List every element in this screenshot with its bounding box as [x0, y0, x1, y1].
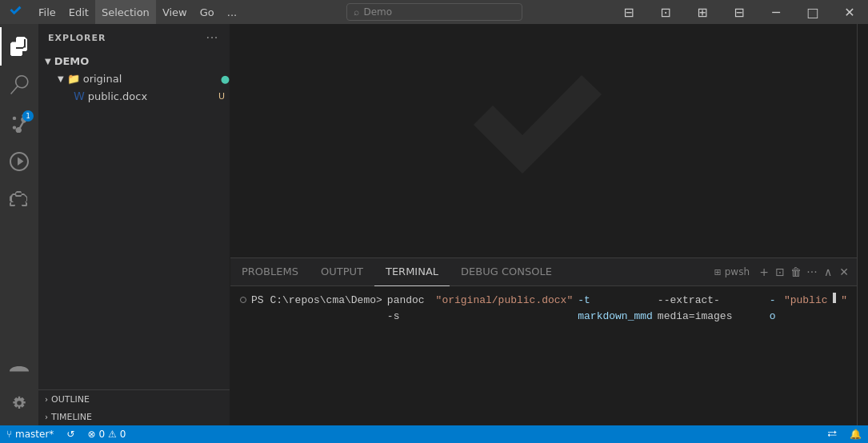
file-tree: ▼ DEMO ▼ 📁 original ● W public.docx U: [38, 52, 230, 389]
terminal-arg1: "original/public.docx": [436, 293, 574, 309]
folder-original[interactable]: ▼ 📁 original ●: [38, 70, 230, 87]
panel: PROBLEMS OUTPUT TERMINAL DEBUG CONSOLE ⊞…: [230, 257, 857, 425]
activity-bottom: [0, 345, 38, 425]
editor-area: PROBLEMS OUTPUT TERMINAL DEBUG CONSOLE ⊞…: [230, 24, 857, 425]
kill-terminal-btn[interactable]: 🗑: [790, 265, 802, 278]
restore-btn[interactable]: □: [794, 0, 831, 24]
git-branch-icon: ⑂: [6, 429, 12, 440]
activity-extensions[interactable]: [0, 181, 38, 219]
main-area: 1 EXPLORER: [0, 24, 868, 425]
menu-more[interactable]: ...: [221, 0, 243, 24]
terminal-flag1: -t markdown_mmd: [578, 293, 653, 324]
title-controls: ⊟ ⊡ ⊞ ⊟ ─ □ ✕: [610, 0, 868, 24]
command-palette[interactable]: ⌕ Demo: [346, 3, 522, 21]
terminal-cursor: [833, 293, 837, 303]
terminal-content[interactable]: PS C:\repos\cma\Demo> pandoc -s "origina…: [230, 286, 857, 425]
remote-icon: ⮂: [827, 429, 837, 440]
title-center: ⌕ Demo: [346, 3, 522, 21]
status-bar: ⑂ master* ↺ ⊗ 0 ⚠ 0 ⮂ 🔔: [0, 425, 868, 443]
menu-file[interactable]: File: [32, 0, 62, 24]
errors-btn[interactable]: ⊗ 0 ⚠ 0: [81, 425, 132, 443]
activity-explorer[interactable]: [0, 27, 38, 66]
sidebar-title: EXPLORER: [48, 33, 106, 43]
terminal-line: PS C:\repos\cma\Demo> pandoc -s "origina…: [240, 293, 847, 324]
workspace-header[interactable]: ▼ DEMO: [38, 52, 230, 70]
layout-btn4[interactable]: ⊟: [721, 0, 758, 24]
split-terminal-btn[interactable]: ⊡: [774, 265, 786, 278]
shell-name: pwsh: [725, 266, 750, 277]
chevron-down-icon: ▼: [58, 74, 64, 83]
activity-source-control[interactable]: 1: [0, 104, 38, 142]
terminal-flag3: -o: [770, 293, 779, 324]
folder-badge: ●: [221, 73, 230, 85]
terminal-circle: [240, 297, 246, 303]
terminal-shell-label: ⊞ pwsh: [709, 265, 754, 279]
sidebar-bottom: › OUTLINE › TIMELINE: [38, 389, 230, 425]
shell-icon: ⊞: [714, 267, 721, 277]
git-branch[interactable]: ⑂ master*: [0, 425, 60, 443]
vscode-watermark: [464, 60, 624, 222]
chevron-right-icon: ›: [45, 413, 48, 421]
activity-search[interactable]: [0, 66, 38, 104]
activity-run[interactable]: [0, 142, 38, 181]
terminal-prompt: PS C:\repos\cma\Demo>: [251, 293, 382, 309]
layout-btn[interactable]: ⊟: [610, 0, 647, 24]
error-icon: ⊗: [87, 429, 95, 440]
layout-btn3[interactable]: ⊞: [684, 0, 721, 24]
app-icon: [0, 5, 32, 19]
chevron-down-icon: ▼: [45, 57, 51, 66]
menu-view[interactable]: View: [156, 0, 194, 24]
terminal-arg2-end: ": [841, 293, 847, 309]
file-public-docx[interactable]: W public.docx U: [38, 87, 230, 105]
workspace-name: DEMO: [54, 55, 90, 67]
outline-label: OUTLINE: [51, 394, 90, 405]
right-scrollbar: [857, 24, 868, 425]
file-badge: U: [218, 91, 225, 102]
notification-btn[interactable]: 🔔: [843, 425, 868, 443]
chevron-right-icon: ›: [45, 395, 48, 404]
menu-selection[interactable]: Selection: [95, 0, 156, 24]
minimize-btn[interactable]: ─: [758, 0, 794, 24]
git-branch-name: master*: [15, 429, 54, 440]
source-control-badge: 1: [22, 110, 34, 122]
search-text: Demo: [364, 6, 393, 18]
docx-icon: W: [74, 90, 85, 102]
notification-icon: 🔔: [850, 429, 862, 440]
sidebar-more-btn[interactable]: ···: [204, 30, 220, 46]
activity-account[interactable]: [0, 345, 38, 384]
panel-tabs: PROBLEMS OUTPUT TERMINAL DEBUG CONSOLE ⊞…: [230, 258, 857, 286]
layout-btn2[interactable]: ⊡: [647, 0, 684, 24]
timeline-label: TIMELINE: [51, 412, 92, 422]
panel-close-btn[interactable]: ✕: [838, 265, 850, 278]
status-right: ⮂ 🔔: [821, 425, 868, 443]
activity-bar: 1: [0, 24, 38, 425]
warning-icon: ⚠: [108, 429, 117, 440]
file-name: public.docx: [88, 90, 215, 102]
more-actions-btn[interactable]: ···: [806, 265, 818, 278]
terminal-arg2: "public: [784, 293, 828, 309]
error-count: 0: [98, 429, 105, 440]
folder-name: original: [83, 73, 218, 85]
close-btn[interactable]: ✕: [831, 0, 868, 24]
add-terminal-btn[interactable]: +: [758, 265, 770, 278]
panel-actions: ⊞ pwsh + ⊡ 🗑 ··· ∧ ✕: [709, 265, 857, 279]
timeline-panel[interactable]: › TIMELINE: [38, 408, 230, 425]
tab-output[interactable]: OUTPUT: [310, 258, 374, 286]
tab-problems[interactable]: PROBLEMS: [230, 258, 310, 286]
menu-bar: File Edit Selection View Go ...: [32, 0, 610, 24]
sidebar-header: EXPLORER ···: [38, 24, 230, 52]
terminal-cmd: pandoc -s: [387, 293, 431, 324]
sidebar: EXPLORER ··· ▼ DEMO ▼ 📁 original ● W pub…: [38, 24, 230, 425]
sync-btn[interactable]: ↺: [60, 425, 81, 443]
sidebar-actions: ···: [204, 30, 220, 46]
activity-settings[interactable]: [0, 384, 38, 422]
menu-go[interactable]: Go: [194, 0, 221, 24]
tab-debug-console[interactable]: DEBUG CONSOLE: [450, 258, 563, 286]
tab-terminal[interactable]: TERMINAL: [374, 258, 450, 286]
panel-maximize-btn[interactable]: ∧: [822, 265, 834, 278]
menu-edit[interactable]: Edit: [62, 0, 95, 24]
warning-count: 0: [120, 429, 126, 440]
remote-btn[interactable]: ⮂: [821, 425, 843, 443]
outline-panel[interactable]: › OUTLINE: [38, 390, 230, 408]
editor-content[interactable]: [230, 24, 857, 257]
